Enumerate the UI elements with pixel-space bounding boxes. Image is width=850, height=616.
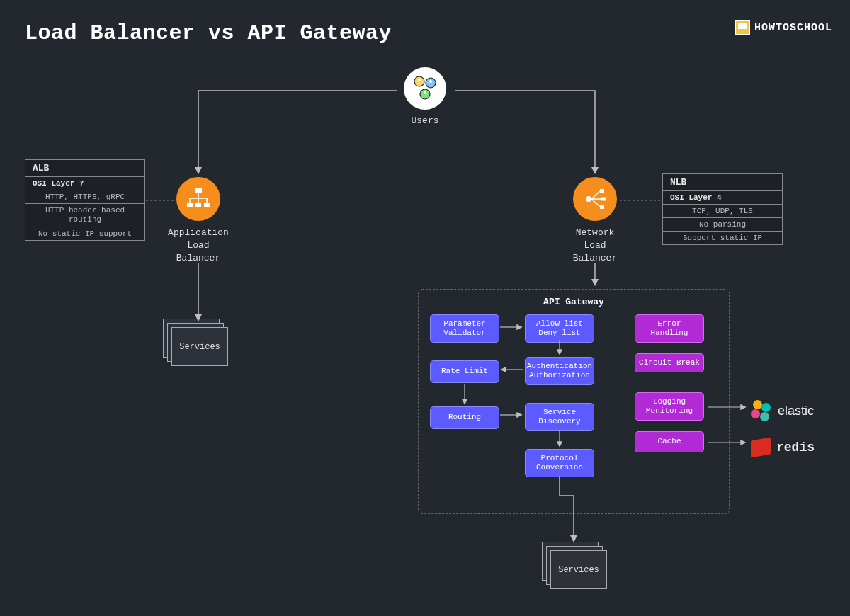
- nlb-row-3: Support static IP: [663, 232, 782, 244]
- box-protocol-conversion: Protocol Conversion: [525, 449, 594, 477]
- nlb-node: Network Load Balancer: [560, 177, 630, 266]
- services-left: Services: [156, 319, 234, 375]
- nlb-row-1: TCP, UDP, TLS: [663, 205, 782, 218]
- brand-icon: [735, 20, 750, 35]
- alb-row-2: HTTP header based routing: [26, 204, 144, 227]
- alb-info-table: ALB OSI Layer 7 HTTP, HTTPS, gRPC HTTP h…: [25, 159, 145, 241]
- box-parameter-validator: Parameter Validator: [430, 314, 499, 343]
- svg-rect-13: [196, 203, 201, 207]
- svg-rect-21: [600, 205, 604, 209]
- box-logging: Logging Monitoring: [635, 392, 704, 421]
- svg-rect-20: [601, 198, 606, 201]
- box-rate-limit: Rate Limit: [430, 360, 499, 383]
- brand-text: HOWTOSCHOOL: [754, 22, 832, 34]
- nlb-info-table: NLB OSI Layer 4 TCP, UDP, TLS No parsing…: [662, 173, 783, 245]
- svg-rect-14: [204, 203, 210, 207]
- svg-rect-19: [600, 189, 604, 193]
- svg-line-18: [591, 199, 600, 207]
- box-error-handling: Error Handling: [635, 314, 704, 343]
- nlb-label-3: Balancer: [560, 252, 630, 265]
- alb-row-3: No static IP support: [26, 227, 144, 240]
- svg-point-4: [429, 80, 432, 83]
- alb-node: Application Load Balancer: [163, 177, 234, 266]
- box-service-discovery: Service Discovery: [525, 403, 594, 431]
- nlb-table-header: NLB: [663, 174, 782, 191]
- users-icon: [404, 67, 446, 110]
- alb-row-1: HTTP, HTTPS, gRPC: [26, 190, 144, 204]
- elastic-node: elastic: [751, 400, 814, 421]
- box-auth: Authentication Authorization: [525, 357, 594, 385]
- alb-table-subheader: OSI Layer 7: [26, 177, 144, 190]
- nlb-label-2: Load: [560, 239, 630, 252]
- svg-rect-6: [195, 188, 202, 193]
- alb-table-header: ALB: [26, 160, 144, 177]
- svg-rect-12: [187, 203, 193, 207]
- api-gateway-title: API Gateway: [429, 297, 719, 307]
- svg-line-16: [591, 191, 600, 199]
- alb-label-3: Balancer: [163, 252, 234, 265]
- box-routing: Routing: [430, 406, 499, 429]
- nlb-row-2: No parsing: [663, 218, 782, 232]
- api-gateway-panel: API Gateway Parameter Validator Allow-li…: [418, 289, 730, 514]
- users-node: Users: [397, 67, 453, 126]
- services-right-label: Services: [550, 550, 607, 589]
- services-right: Services: [535, 542, 613, 598]
- svg-point-15: [586, 196, 591, 202]
- elastic-label: elastic: [778, 404, 814, 418]
- alb-label-1: Application: [163, 227, 234, 239]
- alb-label-2: Load: [163, 239, 234, 252]
- users-label: Users: [397, 115, 453, 126]
- nlb-icon: [573, 177, 617, 221]
- page-title: Load Balancer vs API Gateway: [25, 21, 392, 45]
- redis-node: redis: [751, 439, 815, 456]
- services-left-label: Services: [171, 327, 228, 366]
- brand-logo: HOWTOSCHOOL: [735, 20, 832, 35]
- alb-icon: [176, 177, 220, 221]
- box-circuit-break: Circuit Break: [635, 353, 704, 372]
- redis-label: redis: [776, 440, 815, 455]
- elastic-icon: [751, 400, 772, 421]
- svg-point-5: [424, 91, 426, 94]
- box-cache: Cache: [635, 431, 704, 452]
- nlb-label-1: Network: [560, 227, 630, 239]
- box-allow-deny: Allow-list Deny-list: [525, 314, 594, 343]
- svg-point-3: [418, 79, 421, 81]
- nlb-table-subheader: OSI Layer 4: [663, 191, 782, 205]
- redis-icon: [751, 438, 771, 458]
